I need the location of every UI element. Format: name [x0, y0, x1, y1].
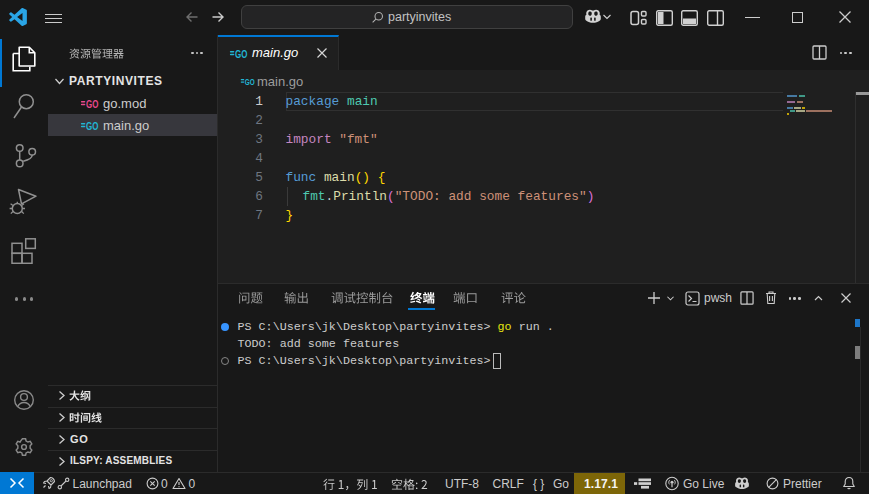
svg-text:GO: GO [245, 77, 255, 86]
svg-text:GO: GO [86, 120, 98, 132]
svg-text:GO: GO [86, 98, 98, 110]
svg-text:GO: GO [235, 48, 247, 60]
